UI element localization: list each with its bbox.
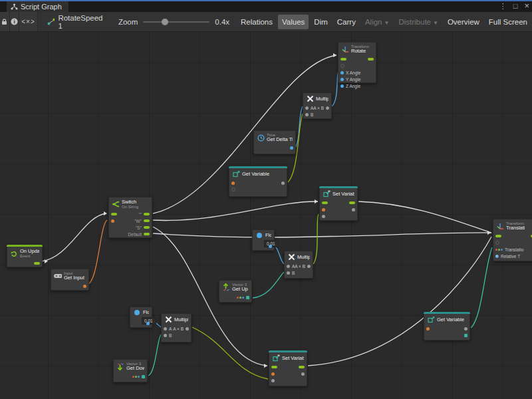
port-orange[interactable] [271,372,275,376]
node-get-input-string[interactable]: InputGet Input Strin [51,269,89,291]
toolbar-button-full-screen[interactable]: Full Screen [485,15,531,29]
port-gray[interactable] [271,379,275,382]
port-flow[interactable] [299,366,305,368]
multiply-icon [306,95,314,102]
port-flow[interactable] [349,201,355,204]
port-gray[interactable] [287,271,290,275]
port-gray[interactable] [326,106,329,110]
object-type-icon[interactable] [495,255,499,258]
transform-icon [341,46,349,53]
focus-highlight [0,0,532,1]
breadcrumb[interactable]: RotateSpeed 1 [38,12,113,31]
maximize-icon[interactable]: □ [513,1,518,11]
toolbar-button-dim[interactable]: Dim [310,15,331,29]
vector3-type-icon[interactable] [132,376,140,378]
lock-button[interactable] [0,12,10,31]
node-title: Rotate [351,49,369,54]
gamepad-icon [54,273,62,279]
node-translate[interactable]: TransformTranslatiTranslatioRelative T [493,219,532,261]
loop-icon [10,250,18,257]
port-orange[interactable] [111,219,114,223]
port-optional[interactable] [495,241,499,245]
toolbar-button-distribute[interactable]: Distribute▼ [394,15,442,29]
node-get-variable-right[interactable]: Get Variable [424,312,470,340]
port-flow[interactable] [144,213,150,215]
port-output[interactable] [269,245,272,248]
port-vector3-out[interactable] [142,375,145,378]
tab-script-graph[interactable]: Script Graph [7,1,68,12]
port-gray[interactable] [464,327,467,331]
port-orange[interactable] [83,285,86,288]
info-button[interactable]: i [10,12,20,31]
wire [148,334,161,376]
menu-icon[interactable]: ⋮ [499,1,507,11]
port-gray[interactable] [164,327,167,331]
toolbar-button-relations[interactable]: Relations [237,15,277,29]
node-vector3-get-up[interactable]: Vector 3Get Up [219,280,252,303]
node-set-variable-bottom[interactable]: Set Variable [269,350,307,386]
variable-set-icon [323,190,331,198]
port-gray[interactable] [301,372,305,376]
port-flow[interactable] [34,262,40,265]
node-multiply-3[interactable]: MultiplyAA × BB [161,313,192,342]
node-float-1[interactable]: Float0.01 [252,229,275,251]
port-gray[interactable] [322,215,325,218]
toolbar-button-align[interactable]: Align▼ [361,15,394,29]
port-gray[interactable] [287,265,290,268]
port-blue[interactable] [340,78,344,81]
port-gray[interactable] [352,208,355,211]
port-flow[interactable] [144,233,150,235]
wire [192,327,268,379]
node-multiply-1[interactable]: MultiplyAA × BB [303,92,332,119]
wire [41,213,106,261]
node-float-2[interactable]: Float0.01 [130,307,152,328]
zoom-slider-handle[interactable] [162,19,168,25]
node-get-variable-top[interactable]: Get Variable [229,166,287,197]
port-blue[interactable] [290,146,293,150]
port-gray[interactable] [305,113,309,116]
port-optional[interactable] [231,188,235,192]
port-gray[interactable] [305,106,309,110]
port-flow[interactable] [495,235,501,237]
port-vector3-out[interactable] [246,296,249,299]
port-flow[interactable] [322,201,328,204]
port-flow[interactable] [368,58,374,61]
port-gray[interactable] [186,327,189,331]
vector3-type-icon[interactable] [237,297,244,299]
code-view-button[interactable]: <×> [19,12,37,31]
node-set-variable-mid[interactable]: Set Variable [319,186,358,221]
node-get-delta-time[interactable]: TimeGet Delta Time [253,130,296,154]
node-multiply-2[interactable]: MultiplyAA × BB [284,251,313,279]
port-orange[interactable] [426,327,430,331]
wire-arrowhead [104,211,107,215]
port-label: Translatio [505,247,523,252]
port-gray[interactable] [281,182,285,185]
toolbar-button-values[interactable]: Values [278,15,309,29]
zoom-slider[interactable] [143,21,209,23]
port-gray[interactable] [164,334,167,337]
port-blue[interactable] [340,71,344,74]
port-label: B [292,271,295,275]
node-on-update[interactable]: On UpdateEvent [7,245,43,267]
node-vector3-get-down[interactable]: Vector 3Get Down [113,359,148,382]
node-switch-on-string[interactable]: SwitchOn String"""W""S"Default [108,197,152,238]
port-flow[interactable] [111,213,117,215]
toolbar-button-carry[interactable]: Carry [333,15,360,29]
port-gray[interactable] [307,265,311,268]
node-title: Set Variable [282,356,304,361]
port-orange[interactable] [322,208,325,211]
port-orange[interactable] [231,182,235,185]
node-rotate[interactable]: TransformRotateX AngleY AngleZ Angle [338,42,376,83]
port-flow[interactable] [271,366,277,368]
toolbar-button-overview[interactable]: Overview [444,15,483,29]
port-output[interactable] [146,322,150,325]
close-icon[interactable]: × [524,1,529,11]
port-flow[interactable] [144,219,150,222]
graph-canvas[interactable]: On UpdateEventInputGet Input StrinSwitch… [0,31,532,399]
port-flow[interactable] [340,58,346,61]
port-optional[interactable] [340,64,344,68]
port-blue[interactable] [340,84,344,88]
vector3-type-icon[interactable] [495,249,503,251]
port-teal[interactable] [464,334,467,337]
port-flow[interactable] [144,226,150,229]
